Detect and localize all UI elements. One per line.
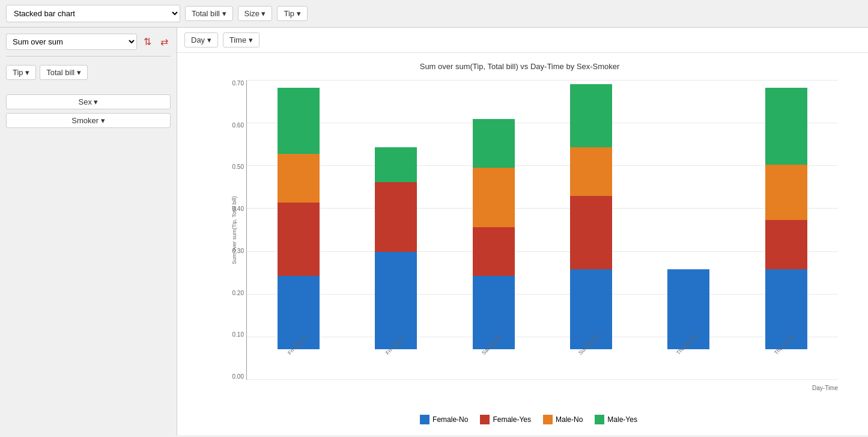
bar-segment-5-0 bbox=[765, 269, 807, 349]
top-filter-btn-1[interactable]: Size ▾ bbox=[238, 6, 273, 21]
legend: Female-NoFemale-YesMale-NoMale-Yes bbox=[219, 410, 838, 429]
chart-title: Sum over sum(Tip, Total bill) vs Day-Tim… bbox=[183, 62, 856, 71]
x-filter-btn-1[interactable]: Time ▾ bbox=[223, 32, 259, 47]
legend-item-3: Male-Yes bbox=[595, 415, 637, 424]
stacked-bar-0 bbox=[278, 88, 320, 349]
legend-label-1: Female-Yes bbox=[493, 415, 531, 424]
bar-group: Sun-Dinner bbox=[570, 84, 612, 379]
bar-segment-1-1 bbox=[375, 182, 417, 252]
bar-segment-0-3 bbox=[278, 88, 320, 154]
y-tick: 0.60 bbox=[232, 122, 246, 129]
bar-group: Thu-Lunch bbox=[765, 88, 807, 379]
y-tick: 0.00 bbox=[232, 373, 246, 380]
legend-color-3 bbox=[595, 415, 604, 424]
stacked-bar-1 bbox=[375, 147, 417, 349]
chart-body: Sum over sum(Tip, Total bill) 0.700.600.… bbox=[219, 80, 838, 380]
legend-label-0: Female-No bbox=[432, 415, 468, 424]
y-tick: 0.10 bbox=[232, 331, 246, 338]
legend-color-2 bbox=[543, 415, 553, 424]
legend-item-2: Male-No bbox=[543, 415, 583, 424]
field-btn-0[interactable]: Tip ▾ bbox=[6, 65, 36, 80]
swap-horizontal-icon[interactable]: ⇄ bbox=[157, 35, 171, 49]
bar-segment-0-0 bbox=[278, 276, 320, 349]
bar-segment-2-1 bbox=[473, 227, 515, 276]
chart-outer: Sum over sum(Tip, Total bill) 0.700.600.… bbox=[183, 74, 856, 429]
bar-segment-5-1 bbox=[765, 220, 807, 269]
top-filter-btn-2[interactable]: Tip ▾ bbox=[277, 6, 307, 21]
y-tick: 0.20 bbox=[232, 290, 246, 296]
legend-label-2: Male-No bbox=[556, 415, 583, 424]
sidebar: Sum over sumMean over meanCount ⇅ ⇄ Tip … bbox=[0, 28, 177, 435]
sidebar-filters: Sex ▾Smoker ▾ bbox=[6, 94, 171, 128]
chart-top-bar: Day ▾Time ▾ bbox=[177, 28, 868, 53]
bar-segment-1-0 bbox=[375, 252, 417, 349]
bar-segment-2-2 bbox=[473, 168, 515, 227]
bar-segment-3-2 bbox=[570, 147, 612, 196]
bar-segment-0-1 bbox=[278, 203, 320, 276]
stacked-bar-2 bbox=[473, 119, 515, 349]
chart-container: Sum over sum(Tip, Total bill) vs Day-Tim… bbox=[177, 53, 868, 435]
bar-group: Sat-Dinner bbox=[473, 119, 515, 379]
stacked-bar-5 bbox=[765, 88, 807, 349]
y-tick: 0.70 bbox=[232, 80, 246, 87]
bar-segment-5-3 bbox=[765, 88, 807, 165]
bar-segment-5-2 bbox=[765, 165, 807, 221]
bar-segment-2-3 bbox=[473, 119, 515, 168]
y-tick: 0.40 bbox=[232, 206, 246, 212]
y-tick: 0.50 bbox=[232, 163, 246, 170]
bar-group: Thu-Dinner bbox=[667, 269, 709, 379]
sidebar-fields: Tip ▾Total bill ▾ bbox=[6, 61, 171, 84]
x-axis-title: Day-Time bbox=[812, 385, 838, 391]
y-tick: 0.30 bbox=[232, 248, 246, 254]
legend-color-1 bbox=[480, 415, 490, 424]
bar-segment-3-3 bbox=[570, 84, 612, 147]
chart-plot: Fri-DinnerFri-LunchSat-DinnerSun-DinnerT… bbox=[246, 80, 838, 380]
bar-segment-1-3 bbox=[375, 147, 417, 182]
aggregation-select[interactable]: Sum over sumMean over meanCount bbox=[6, 34, 137, 50]
y-axis: Sum over sum(Tip, Total bill) 0.700.600.… bbox=[219, 80, 246, 380]
top-bar: Stacked bar chart Total bill ▾Size ▾Tip … bbox=[0, 0, 868, 28]
sidebar-top: Sum over sumMean over meanCount ⇅ ⇄ bbox=[6, 34, 171, 57]
x-filter-btn-0[interactable]: Day ▾ bbox=[184, 32, 218, 47]
grid-line bbox=[247, 379, 838, 380]
bar-segment-3-1 bbox=[570, 196, 612, 269]
legend-label-3: Male-Yes bbox=[607, 415, 637, 424]
field-btn-1[interactable]: Total bill ▾ bbox=[40, 65, 88, 80]
top-filter-btn-0[interactable]: Total bill ▾ bbox=[185, 6, 233, 21]
legend-item-0: Female-No bbox=[420, 415, 468, 424]
stacked-bar-3 bbox=[570, 84, 612, 349]
color-filter-btn-0[interactable]: Sex ▾ bbox=[6, 94, 171, 109]
bar-group: Fri-Dinner bbox=[278, 88, 320, 379]
chart-area: Day ▾Time ▾ Sum over sum(Tip, Total bill… bbox=[177, 28, 868, 435]
main-layout: Sum over sumMean over meanCount ⇅ ⇄ Tip … bbox=[0, 28, 868, 435]
swap-vertical-icon[interactable]: ⇅ bbox=[141, 35, 154, 49]
bar-group: Fri-Lunch bbox=[375, 147, 417, 379]
chart-type-select[interactable]: Stacked bar chart bbox=[6, 5, 180, 22]
legend-item-1: Female-Yes bbox=[480, 415, 531, 424]
color-filter-btn-1[interactable]: Smoker ▾ bbox=[6, 113, 171, 128]
legend-color-0 bbox=[420, 415, 429, 424]
bar-segment-0-2 bbox=[278, 154, 320, 203]
